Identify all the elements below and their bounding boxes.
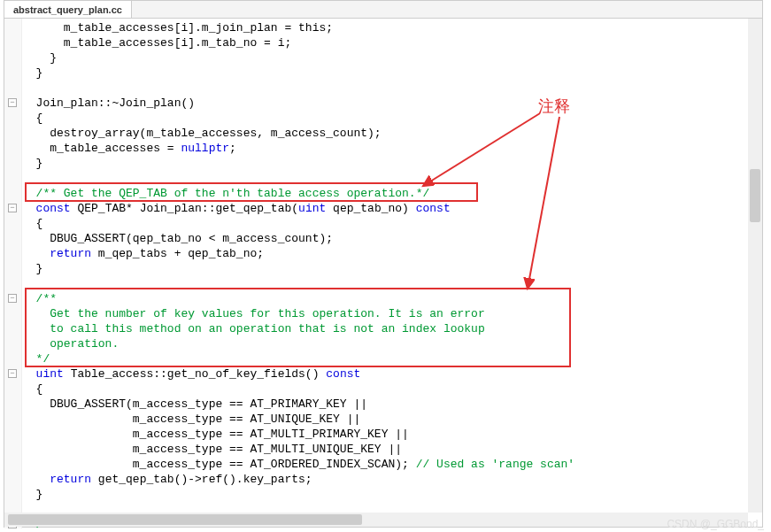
fold-icon[interactable]: − bbox=[8, 204, 17, 212]
code-line[interactable]: Join_plan::~Join_plan() bbox=[22, 96, 748, 111]
code-line[interactable]: const QEP_TAB* Join_plan::get_qep_tab(ui… bbox=[22, 201, 748, 216]
code-line[interactable]: /** bbox=[22, 291, 748, 306]
code-line[interactable]: m_table_accesses = nullptr; bbox=[22, 141, 748, 156]
code-line[interactable]: destroy_array(m_table_accesses, m_access… bbox=[22, 126, 748, 141]
code-line[interactable]: m_access_type == AT_MULTI_PRIMARY_KEY || bbox=[22, 427, 748, 442]
code-line[interactable]: Get the number of key values for this op… bbox=[22, 306, 748, 321]
code-area[interactable]: m_table_accesses[i].m_join_plan = this; … bbox=[22, 19, 748, 513]
code-line[interactable]: } bbox=[22, 156, 748, 171]
code-line[interactable]: m_access_type == AT_MULTI_UNIQUE_KEY || bbox=[22, 442, 748, 457]
code-line[interactable]: */ bbox=[22, 351, 748, 366]
code-line[interactable]: { bbox=[22, 111, 748, 126]
fold-icon[interactable]: − bbox=[8, 369, 17, 378]
file-tab[interactable]: abstract_query_plan.cc bbox=[4, 1, 132, 18]
code-line[interactable] bbox=[22, 81, 748, 96]
vertical-scrollbar[interactable] bbox=[748, 19, 762, 513]
code-line[interactable]: m_table_accesses[i].m_tab_no = i; bbox=[22, 35, 748, 50]
code-line[interactable]: /** Get the QEP_TAB of the n'th table ac… bbox=[22, 186, 748, 201]
code-line[interactable]: m_table_accesses[i].m_join_plan = this; bbox=[22, 20, 748, 35]
code-line[interactable] bbox=[22, 171, 748, 186]
code-line[interactable]: } bbox=[22, 487, 748, 502]
code-line[interactable]: DBUG_ASSERT(m_access_type == AT_PRIMARY_… bbox=[22, 397, 748, 412]
fold-icon[interactable]: − bbox=[8, 98, 17, 107]
code-line[interactable]: operation. bbox=[22, 336, 748, 351]
code-line[interactable]: m_access_type == AT_UNIQUE_KEY || bbox=[22, 412, 748, 427]
horizontal-scroll-thumb[interactable] bbox=[8, 514, 362, 525]
code-line[interactable]: { bbox=[22, 382, 748, 397]
editor-window: abstract_query_plan.cc −−−−− m_table_acc… bbox=[4, 0, 763, 528]
fold-icon[interactable]: − bbox=[8, 294, 17, 303]
code-line[interactable]: { bbox=[22, 216, 748, 231]
code-line[interactable] bbox=[22, 276, 748, 291]
fold-gutter: −−−−− bbox=[4, 19, 22, 528]
code-line[interactable]: return get_qep_tab()->ref().key_parts; bbox=[22, 472, 748, 487]
code-line[interactable]: return m_qep_tabs + qep_tab_no; bbox=[22, 246, 748, 261]
tab-bar: abstract_query_plan.cc bbox=[4, 1, 762, 19]
code-line[interactable]: uint Table_access::get_no_of_key_fields(… bbox=[22, 366, 748, 382]
horizontal-scrollbar[interactable] bbox=[4, 513, 748, 527]
code-line[interactable]: DBUG_ASSERT(qep_tab_no < m_access_count)… bbox=[22, 231, 748, 246]
code-line[interactable]: } bbox=[22, 50, 748, 66]
code-line[interactable]: m_access_type == AT_ORDERED_INDEX_SCAN);… bbox=[22, 457, 748, 472]
annotation-label: 注释 bbox=[538, 96, 570, 117]
code-line[interactable]: } bbox=[22, 66, 748, 81]
vertical-scroll-thumb[interactable] bbox=[750, 169, 760, 222]
code-line[interactable]: to call this method on an operation that… bbox=[22, 321, 748, 336]
code-line[interactable]: } bbox=[22, 261, 748, 276]
tab-title: abstract_query_plan.cc bbox=[13, 4, 122, 15]
watermark: CSDN @_GGBond_ bbox=[667, 518, 764, 530]
